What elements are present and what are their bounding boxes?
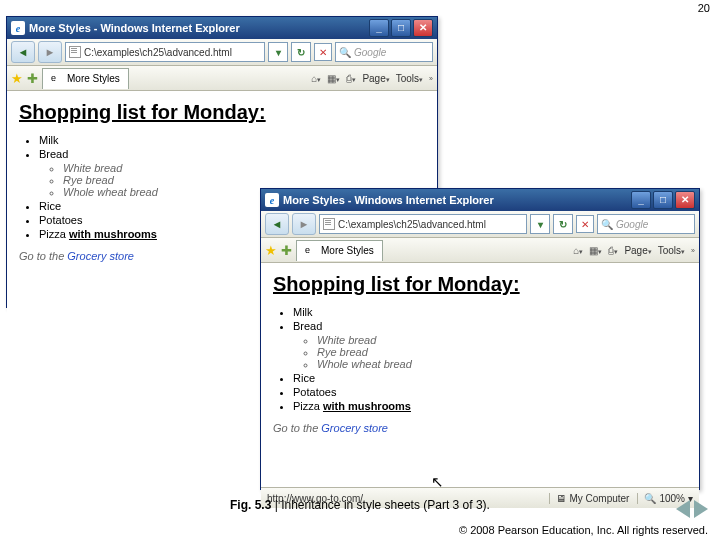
nav-toolbar: ◄ ► C:\examples\ch25\advanced.html ▾ ↻ ✕… — [261, 211, 699, 238]
list-item: White bread — [63, 162, 425, 174]
page-icon — [323, 218, 335, 230]
go-button[interactable]: ▾ — [268, 42, 288, 62]
list-item: Pizza with mushrooms — [293, 400, 687, 412]
stop-button[interactable]: ✕ — [576, 215, 594, 233]
close-button[interactable]: ✕ — [413, 19, 433, 37]
minimize-button[interactable]: _ — [369, 19, 389, 37]
maximize-button[interactable]: □ — [391, 19, 411, 37]
forward-button[interactable]: ► — [38, 41, 62, 63]
list-item: Milk — [39, 134, 425, 146]
search-box[interactable]: 🔍Google — [597, 214, 695, 234]
home-icon[interactable]: ⌂▾ — [311, 73, 321, 84]
maximize-button[interactable]: □ — [653, 191, 673, 209]
figure-caption: Fig. 5.3 | Inheritance in style sheets (… — [0, 498, 720, 512]
chevron-icon[interactable]: » — [429, 75, 433, 82]
window-title: More Styles - Windows Internet Explorer — [283, 194, 631, 206]
tools-menu[interactable]: Tools▾ — [396, 73, 423, 84]
search-icon: 🔍 — [601, 219, 613, 230]
feeds-icon[interactable]: ▦▾ — [327, 73, 340, 84]
stop-button[interactable]: ✕ — [314, 43, 332, 61]
list-item: Bread White bread Rye bread Whole wheat … — [293, 320, 687, 370]
prev-slide-button[interactable] — [676, 500, 690, 518]
home-icon[interactable]: ⌂▾ — [573, 245, 583, 256]
list-item: Rye bread — [63, 174, 425, 186]
list-item: Milk — [293, 306, 687, 318]
copyright: © 2008 Pearson Education, Inc. All right… — [459, 524, 708, 536]
chevron-icon[interactable]: » — [691, 247, 695, 254]
favorites-icon[interactable]: ★ — [11, 71, 23, 86]
print-icon[interactable]: ⎙▾ — [346, 73, 356, 84]
feeds-icon[interactable]: ▦▾ — [589, 245, 602, 256]
slide-nav — [676, 500, 708, 518]
page-menu[interactable]: Page▾ — [624, 245, 651, 256]
print-icon[interactable]: ⎙▾ — [608, 245, 618, 256]
refresh-button[interactable]: ↻ — [291, 42, 311, 62]
back-button[interactable]: ◄ — [265, 213, 289, 235]
page-number: 20 — [698, 2, 710, 14]
list-item: Whole wheat bread — [317, 358, 687, 370]
page-content: Shopping list for Monday: Milk Bread Whi… — [261, 263, 699, 487]
search-box[interactable]: 🔍Google — [335, 42, 433, 62]
address-bar[interactable]: C:\examples\ch25\advanced.html — [319, 214, 527, 234]
list-item: Rice — [293, 372, 687, 384]
browser-tab[interactable]: eMore Styles — [296, 240, 383, 261]
title-bar[interactable]: e More Styles - Windows Internet Explore… — [261, 189, 699, 211]
grocery-link[interactable]: Grocery store — [321, 422, 388, 434]
list-item: Potatoes — [293, 386, 687, 398]
add-favorites-icon[interactable]: ✚ — [27, 71, 38, 86]
close-button[interactable]: ✕ — [675, 191, 695, 209]
list-item: White bread — [317, 334, 687, 346]
grocery-link[interactable]: Grocery store — [67, 250, 134, 262]
title-bar[interactable]: e More Styles - Windows Internet Explore… — [7, 17, 437, 39]
shopping-list: Milk Bread White bread Rye bread Whole w… — [273, 306, 687, 412]
ie-icon: e — [265, 193, 279, 207]
page-icon — [69, 46, 81, 58]
address-bar[interactable]: C:\examples\ch25\advanced.html — [65, 42, 265, 62]
ie-icon: e — [51, 73, 63, 85]
window-title: More Styles - Windows Internet Explorer — [29, 22, 369, 34]
tools-menu[interactable]: Tools▾ — [658, 245, 685, 256]
page-menu[interactable]: Page▾ — [362, 73, 389, 84]
page-heading: Shopping list for Monday: — [273, 273, 687, 296]
page-heading: Shopping list for Monday: — [19, 101, 425, 124]
goto-line: Go to the Grocery store — [273, 422, 687, 434]
ie-icon: e — [11, 21, 25, 35]
back-button[interactable]: ◄ — [11, 41, 35, 63]
next-slide-button[interactable] — [694, 500, 708, 518]
search-icon: 🔍 — [339, 47, 351, 58]
refresh-button[interactable]: ↻ — [553, 214, 573, 234]
minimize-button[interactable]: _ — [631, 191, 651, 209]
nav-toolbar: ◄ ► C:\examples\ch25\advanced.html ▾ ↻ ✕… — [7, 39, 437, 66]
cursor-icon: ↖ — [431, 473, 444, 487]
favorites-icon[interactable]: ★ — [265, 243, 277, 258]
tab-toolbar: ★ ✚ eMore Styles ⌂▾ ▦▾ ⎙▾ Page▾ Tools▾ » — [261, 238, 699, 263]
forward-button[interactable]: ► — [292, 213, 316, 235]
list-item: Rye bread — [317, 346, 687, 358]
ie-icon: e — [305, 245, 317, 257]
tab-toolbar: ★ ✚ eMore Styles ⌂▾ ▦▾ ⎙▾ Page▾ Tools▾ » — [7, 66, 437, 91]
browser-tab[interactable]: eMore Styles — [42, 68, 129, 89]
bread-sublist: White bread Rye bread Whole wheat bread — [293, 334, 687, 370]
go-button[interactable]: ▾ — [530, 214, 550, 234]
browser-window-b: e More Styles - Windows Internet Explore… — [260, 188, 700, 490]
add-favorites-icon[interactable]: ✚ — [281, 243, 292, 258]
